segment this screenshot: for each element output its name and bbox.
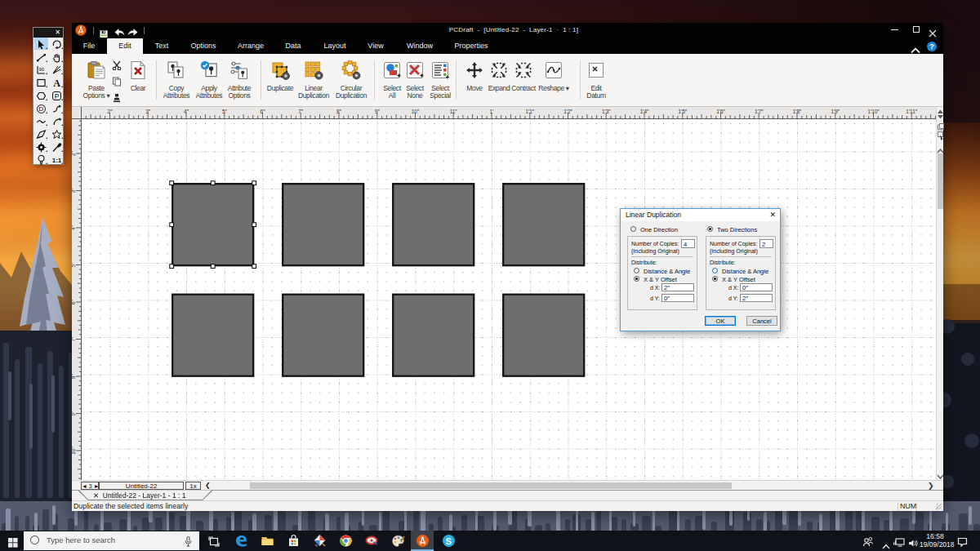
svg-text:1′5″: 1′5″ <box>679 109 688 114</box>
svg-text:10″: 10″ <box>72 447 76 455</box>
svg-text:9″: 9″ <box>72 411 76 416</box>
svg-text:1′10″: 1′10″ <box>867 109 880 114</box>
svg-text:1:1: 1:1 <box>52 157 62 164</box>
svg-text:1′6″: 1′6″ <box>716 109 725 114</box>
svg-text:1′8″: 1′8″ <box>793 109 802 114</box>
svg-text:8″: 8″ <box>72 373 76 379</box>
svg-text:9″: 9″ <box>375 109 381 114</box>
svg-text:1′1″: 1′1″ <box>526 109 535 114</box>
svg-text:1′: 1′ <box>490 109 495 114</box>
svg-text:4″: 4″ <box>72 224 76 230</box>
svg-text:2″: 2″ <box>108 109 114 114</box>
svg-text:90: 90 <box>38 67 44 72</box>
svg-text:3″: 3″ <box>145 109 151 114</box>
svg-text:P: P <box>55 91 60 100</box>
svg-text:A: A <box>53 78 60 88</box>
svg-text:1′9″: 1′9″ <box>831 109 840 114</box>
svg-text:1′4″: 1′4″ <box>640 109 649 114</box>
svg-text:7″: 7″ <box>298 109 304 114</box>
svg-text:10″: 10″ <box>412 109 420 114</box>
svg-text:8″: 8″ <box>336 109 342 114</box>
svg-text:1′11″: 1′11″ <box>906 109 917 114</box>
svg-text:6″: 6″ <box>261 109 266 114</box>
svg-text:6″: 6″ <box>72 299 76 304</box>
svg-text:1′7″: 1′7″ <box>755 109 764 114</box>
svg-text:D: D <box>39 105 44 113</box>
svg-text:5″: 5″ <box>72 262 76 268</box>
svg-text:5″: 5″ <box>222 109 228 114</box>
svg-text:3″: 3″ <box>72 188 76 193</box>
svg-text:S: S <box>446 536 452 546</box>
svg-text:7″: 7″ <box>72 336 76 342</box>
svg-text:11″: 11″ <box>450 109 458 114</box>
svg-text:4″: 4″ <box>184 109 189 114</box>
svg-text:?: ? <box>929 42 934 51</box>
svg-text:1′3″: 1′3″ <box>602 109 611 114</box>
svg-text:1′2″: 1′2″ <box>564 109 572 114</box>
svg-text:2″: 2″ <box>72 150 76 156</box>
